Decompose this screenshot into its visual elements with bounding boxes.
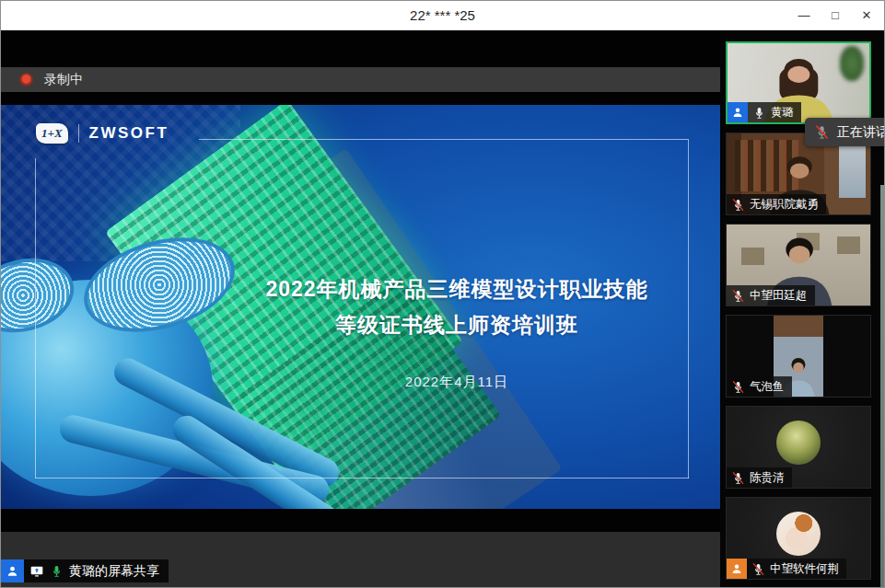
slide-title-line1: 2022年机械产品三维模型设计职业技能 (231, 271, 682, 307)
logo-separator (78, 124, 79, 143)
share-banner: 黄璐的屏幕共享 (1, 559, 169, 582)
close-button[interactable]: ✕ (851, 1, 882, 30)
share-banner-label: 黄璐的屏幕共享 (69, 563, 159, 580)
participant-namebar: 中望软件何荆 (727, 559, 846, 579)
slide-frame-line (199, 139, 688, 140)
mic-on-icon (50, 564, 64, 578)
participant-namebar: 中望田廷超 (727, 285, 815, 306)
participant-mic-icon (752, 106, 766, 120)
recording-label: 录制中 (44, 72, 83, 88)
participant-name: 气泡鱼 (750, 379, 785, 395)
participant-tile[interactable]: 中望软件何荆 (726, 497, 871, 580)
participant-avatar (776, 512, 821, 556)
participants-sidebar: 黄璐 无锡职院戴勇 中望田廷超 气泡鱼 陈贵清 (720, 30, 884, 588)
share-banner-body: 黄璐的屏幕共享 (24, 559, 169, 582)
slide-title-block: 2022年机械产品三维模型设计职业技能 等级证书线上师资培训班 2022年4月1… (231, 271, 682, 391)
participant-tile[interactable]: 陈贵清 (726, 406, 871, 489)
window-titlebar: 22* *** *25 — □ ✕ (1, 1, 884, 30)
participant-name: 中望软件何荆 (770, 561, 839, 577)
window-edge-sliver (880, 185, 884, 588)
participant-mic-icon (731, 471, 745, 485)
minimize-icon: — (798, 8, 810, 22)
participant-mic-icon (731, 289, 745, 303)
participant-namebar: 气泡鱼 (727, 376, 792, 397)
screen-share-icon (29, 564, 44, 579)
participant-mic-icon (731, 198, 745, 212)
recording-bar: 录制中 (1, 67, 722, 92)
maximize-icon: □ (832, 8, 839, 22)
participant-mic-icon (751, 562, 765, 576)
slide-date: 2022年4月11日 (231, 374, 682, 391)
participant-avatar (776, 421, 821, 465)
zwsoft-logo: ZWSOFT (89, 124, 169, 143)
participant-namebar: 黄璐 (728, 102, 801, 122)
participant-mic-icon (731, 380, 745, 394)
meeting-main: 录制中 (1, 30, 884, 587)
meeting-window: 22* *** *25 — □ ✕ 录制中 (0, 0, 885, 588)
participant-tile[interactable]: 中望田廷超 (726, 224, 871, 306)
window-title: 22* *** *25 (1, 7, 884, 23)
mic-muted-icon (814, 124, 830, 140)
screen-share-area: 录制中 (1, 30, 722, 588)
participant-name: 黄璐 (771, 105, 794, 121)
1x-certificate-logo: 1+X (36, 123, 68, 144)
maximize-button[interactable]: □ (820, 1, 851, 30)
slide-frame-line (35, 478, 689, 478)
participant-tile[interactable]: 黄璐 (726, 41, 871, 124)
slide-frame-line (35, 158, 36, 478)
slide-title-line2: 等级证书线上师资培训班 (231, 307, 682, 343)
participant-name: 中望田廷超 (750, 288, 808, 304)
participant-badge-icon (727, 559, 747, 579)
slide-logo-row: 1+X ZWSOFT (36, 123, 169, 144)
participant-badge-icon (728, 102, 748, 122)
participant-name: 陈贵清 (750, 470, 785, 486)
speaking-tooltip: 正在讲话 (805, 118, 884, 146)
presentation-slide: 1+X ZWSOFT 2022年机械产品三维模型设计职业技能 等级证书线上师资培… (1, 105, 720, 509)
participant-namebar: 无锡职院戴勇 (727, 194, 826, 214)
window-controls: — □ ✕ (788, 1, 882, 30)
recording-dot-icon (20, 74, 32, 86)
minimize-button[interactable]: — (788, 1, 820, 30)
participant-namebar: 陈贵清 (727, 467, 792, 488)
close-icon: ✕ (862, 8, 872, 22)
participant-tile[interactable]: 气泡鱼 (726, 315, 871, 398)
presenter-badge-icon (1, 559, 24, 582)
participant-name: 无锡职院戴勇 (750, 197, 819, 213)
speaking-tooltip-label: 正在讲话 (837, 124, 884, 141)
slide-frame-line (688, 139, 689, 478)
